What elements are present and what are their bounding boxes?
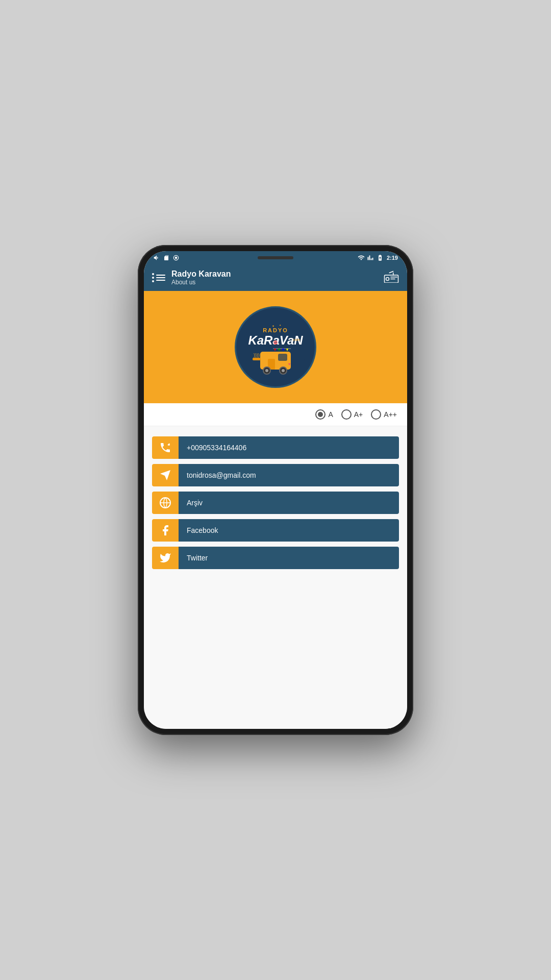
contact-twitter[interactable]: Twitter <box>152 547 399 569</box>
svg-rect-23 <box>253 358 261 360</box>
phone-icon-bg <box>152 436 179 459</box>
phone-text-bg: +00905334164406 <box>179 436 399 459</box>
app-title-block: Radyo Karavan About us <box>171 270 231 286</box>
text-size-aplusplus-label: A++ <box>384 410 397 419</box>
status-right-icons: 2:19 <box>358 254 398 261</box>
phone-frame: 2:19 <box>138 245 413 735</box>
signal-icon <box>367 254 373 261</box>
volume-icon <box>153 254 160 261</box>
svg-point-20 <box>265 369 268 372</box>
hero-banner: ✦ ✦ RADYO KaRaVaN .com <box>144 291 407 403</box>
phone-number: +00905334164406 <box>187 444 246 452</box>
contact-archive[interactable]: Arşiv <box>152 492 399 514</box>
battery-icon <box>376 254 384 261</box>
svg-text:✦: ✦ <box>279 324 281 327</box>
app-title: Radyo Karavan <box>171 270 231 279</box>
email-address: tonidrosa@gmail.com <box>187 471 256 479</box>
contact-phone[interactable]: +00905334164406 <box>152 436 399 459</box>
email-text-bg: tonidrosa@gmail.com <box>179 464 399 486</box>
phone-screen: 2:19 <box>144 251 407 729</box>
twitter-icon <box>159 552 171 564</box>
time-display: 2:19 <box>387 255 398 261</box>
logo-svg: ✦ ✦ RADYO KaRaVaN .com <box>242 313 309 379</box>
facebook-icon-bg <box>152 519 179 542</box>
text-size-aplus-radio[interactable] <box>341 409 352 420</box>
toolbar-left: Radyo Karavan About us <box>152 270 231 286</box>
facebook-icon <box>159 524 171 536</box>
camera-icon <box>172 254 180 261</box>
text-size-selector: A A+ A++ <box>144 403 407 426</box>
contact-email[interactable]: tonidrosa@gmail.com <box>152 464 399 486</box>
radio-icon <box>384 271 399 285</box>
archive-label: Arşiv <box>187 499 203 507</box>
globe-icon <box>159 497 171 509</box>
svg-text:♥: ♥ <box>288 362 291 366</box>
status-left-icons <box>153 254 180 261</box>
wifi-icon <box>358 254 365 261</box>
app-toolbar: Radyo Karavan About us <box>144 264 407 291</box>
sd-card-icon <box>163 254 169 261</box>
contact-list: +00905334164406 tonidrosa@gmail.com <box>144 426 407 729</box>
svg-text:.com: .com <box>292 338 300 341</box>
text-size-a-label: A <box>328 410 333 419</box>
facebook-text-bg: Facebook <box>179 519 399 542</box>
text-size-aplus[interactable]: A+ <box>341 409 363 420</box>
email-icon-bg <box>152 464 179 486</box>
twitter-label: Twitter <box>187 554 208 562</box>
svg-point-22 <box>282 369 285 372</box>
text-size-aplus-label: A+ <box>354 410 363 419</box>
app-logo: ✦ ✦ RADYO KaRaVaN .com <box>235 306 316 388</box>
contact-facebook[interactable]: Facebook <box>152 519 399 542</box>
svg-text:)))): )))) <box>254 353 260 358</box>
text-size-a[interactable]: A <box>315 409 333 420</box>
email-icon <box>159 469 171 481</box>
twitter-icon-bg <box>152 547 179 569</box>
svg-point-3 <box>386 278 389 281</box>
hamburger-menu-button[interactable] <box>152 273 165 282</box>
text-size-aplusplus[interactable]: A++ <box>371 409 397 420</box>
facebook-label: Facebook <box>187 526 218 534</box>
twitter-text-bg: Twitter <box>179 547 399 569</box>
page-subtitle: About us <box>171 279 231 286</box>
svg-text:RADYO: RADYO <box>263 327 288 333</box>
text-size-aplusplus-radio[interactable] <box>371 409 381 420</box>
phone-icon <box>159 442 171 454</box>
text-size-a-radio[interactable] <box>315 409 325 420</box>
speaker-notch <box>258 256 293 259</box>
globe-icon-bg <box>152 492 179 514</box>
svg-point-1 <box>175 257 178 259</box>
logo-content: ✦ ✦ RADYO KaRaVaN .com <box>237 308 314 386</box>
archive-text-bg: Arşiv <box>179 492 399 514</box>
svg-rect-17 <box>278 354 287 361</box>
